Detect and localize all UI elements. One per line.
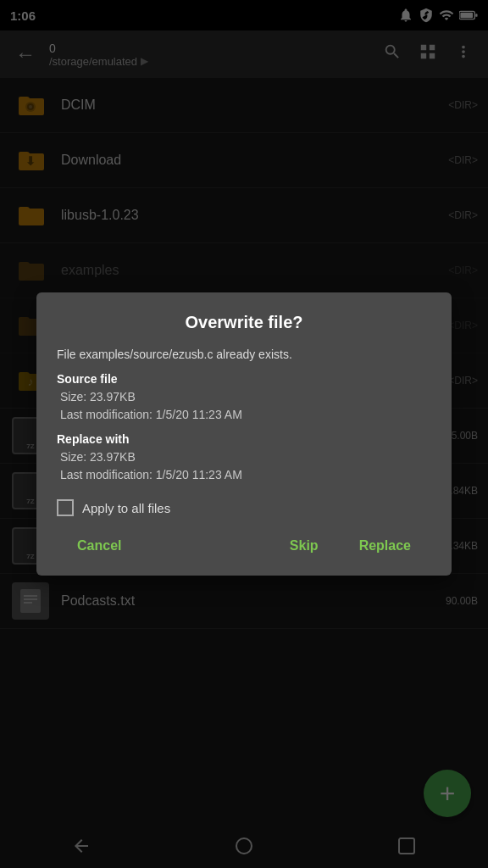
replace-date: Last modification: 1/5/20 11:23 AM [57, 466, 431, 484]
apply-all-checkbox[interactable] [57, 499, 74, 516]
overwrite-dialog: Overwrite file? File examples/source/ezu… [36, 292, 452, 576]
dialog-overlay: Overwrite file? File examples/source/ezu… [0, 0, 488, 868]
dialog-body: File examples/source/ezusb.c already exi… [57, 346, 431, 484]
cancel-button[interactable]: Cancel [57, 530, 141, 562]
dialog-description: File examples/source/ezusb.c already exi… [57, 346, 431, 364]
apply-all-row: Apply to all files [57, 499, 431, 516]
replace-label: Replace with [57, 431, 431, 448]
source-date: Last modification: 1/5/20 11:23 AM [57, 406, 431, 424]
source-label: Source file [57, 370, 431, 388]
dialog-title: Overwrite file? [57, 313, 431, 332]
skip-button[interactable]: Skip [269, 530, 339, 562]
source-size: Size: 23.97KB [57, 388, 431, 406]
replace-size: Size: 23.97KB [57, 448, 431, 466]
replace-button[interactable]: Replace [339, 530, 431, 562]
dialog-buttons: Cancel Skip Replace [57, 530, 431, 562]
apply-all-label: Apply to all files [82, 501, 170, 515]
